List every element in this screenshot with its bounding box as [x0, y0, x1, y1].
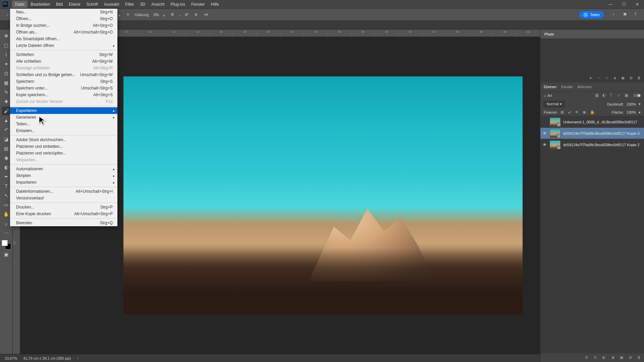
menu-item[interactable]: Letzte Dateien öffnen	[10, 42, 117, 49]
zoom-level[interactable]: 23,67%	[5, 356, 17, 360]
dodge-tool[interactable]: ◐	[2, 163, 11, 172]
menu-item[interactable]: Adobe Stock durchsuchen...	[10, 136, 117, 143]
new-path-icon[interactable]: ▣	[621, 76, 625, 80]
blur-tool[interactable]: ◉	[2, 154, 11, 162]
link-layers-icon[interactable]: ⧉	[584, 355, 589, 360]
fill-value[interactable]: 100%	[627, 110, 636, 114]
mask-path-icon[interactable]: ◈	[612, 76, 617, 80]
shape-tool[interactable]: ▭	[2, 200, 11, 209]
share-button[interactable]: Teilen	[579, 11, 604, 18]
airbrush-icon[interactable]: ✈	[124, 11, 131, 18]
menu-filter[interactable]: Filter	[122, 1, 137, 8]
chevron-down-icon[interactable]: ▾	[639, 110, 641, 115]
fill-path-icon[interactable]: ●	[588, 76, 593, 80]
canvas-image[interactable]	[123, 76, 523, 314]
menu-item[interactable]: Öffnen...Strg+O	[10, 15, 117, 22]
menu-item[interactable]: Platzieren und verknüpfen...	[10, 150, 117, 157]
menu-item[interactable]: SchließenStrg+W	[10, 51, 117, 58]
adjustment-icon[interactable]: ◑	[610, 355, 615, 360]
filter-adjust-icon[interactable]: ◐	[602, 93, 608, 98]
stroke-path-icon[interactable]: ○	[596, 76, 601, 80]
layer-name[interactable]: dc59124e7f79a08c3bca509fec5d9117 Kopie 3	[563, 131, 642, 135]
layer-row[interactable]: 👁dc59124e7f79a08c3bca509fec5d9117 Kopie …	[540, 139, 644, 150]
add-path-icon[interactable]: ⊞	[629, 76, 633, 80]
menu-bild[interactable]: Bild	[53, 1, 66, 8]
lock-position-icon[interactable]: ✥	[575, 110, 580, 115]
lock-transparency-icon[interactable]: ▦	[560, 110, 565, 115]
angle-value[interactable]: 0°	[184, 13, 190, 17]
tab-layers[interactable]: Ebenen	[544, 85, 556, 89]
history-brush-tool[interactable]: ↶	[2, 125, 11, 134]
menu-item[interactable]: Als Smartobjekt öffnen...	[10, 36, 117, 42]
menu-item[interactable]: In Bridge suchen...Alt+Strg+O	[10, 22, 117, 29]
eyedropper-tool[interactable]: ✎	[2, 88, 11, 97]
filter-smart-icon[interactable]: ▣	[625, 93, 630, 98]
menu-auswahl[interactable]: Auswahl	[101, 1, 122, 8]
screen-mode[interactable]: ▣	[2, 250, 11, 259]
tab-actions[interactable]: Aktionen	[577, 85, 592, 89]
menu-hilfe[interactable]: Hilfe	[208, 1, 222, 8]
new-layer-icon[interactable]: ⊞	[628, 355, 633, 360]
fx-icon[interactable]: fx	[593, 355, 598, 360]
menu-item[interactable]: Schließen und zu Bridge gehen...Umschalt…	[10, 71, 117, 78]
delete-layer-icon[interactable]: 🗑	[637, 355, 641, 360]
layer-name[interactable]: Unbenannt-1_0000_d...8c3bca509fec5d9117	[563, 120, 642, 124]
workspace-icon[interactable]: ▣	[623, 12, 629, 18]
menu-plug-ins[interactable]: Plug-ins	[168, 1, 188, 8]
menu-item[interactable]: Generieren	[10, 114, 117, 121]
menu-item[interactable]: Neu...Strg+N	[10, 9, 117, 15]
chevron-down-icon[interactable]: ▾	[163, 13, 166, 16]
layer-filter-kind[interactable]: ⌕ Art	[544, 94, 593, 98]
marquee-tool[interactable]: ▢	[2, 41, 11, 50]
chevron-down-icon[interactable]: ▾	[639, 102, 641, 106]
menu-item[interactable]: Alle schließenAlt+Strg+W	[10, 58, 117, 65]
close-button[interactable]: ✕	[631, 0, 644, 9]
menu-3d[interactable]: 3D	[137, 1, 148, 8]
menu-item[interactable]: Platzieren und einbetten...	[10, 143, 117, 150]
menu-item[interactable]: Eine Kopie druckenAlt+Umschalt+Strg+P	[10, 210, 117, 217]
menu-ebene[interactable]: Ebene	[66, 1, 84, 8]
symmetry-icon[interactable]: ⋈	[203, 11, 209, 18]
heal-tool[interactable]: ✚	[2, 97, 11, 106]
menu-item[interactable]: Automatisieren	[10, 166, 117, 172]
blend-mode-select[interactable]: Normal ▾	[544, 101, 565, 107]
zoom-tool[interactable]: ⌕	[2, 219, 11, 228]
brush-tool[interactable]: 🖌	[2, 107, 11, 115]
eraser-tool[interactable]: ◪	[2, 135, 11, 143]
menu-item[interactable]: Teilen...	[10, 121, 117, 127]
pressure-size-icon[interactable]: ⊚	[193, 11, 199, 18]
maximize-button[interactable]: ☐	[617, 0, 631, 9]
type-tool[interactable]: T	[2, 182, 11, 190]
filter-shape-icon[interactable]: ▱	[617, 93, 623, 98]
foreground-color[interactable]	[2, 240, 8, 246]
crop-tool[interactable]: ⊡	[2, 69, 11, 78]
lock-all-icon[interactable]: 🔒	[590, 110, 595, 115]
tab-paths[interactable]: Pfade	[544, 32, 554, 36]
mask-icon[interactable]: ◐	[602, 355, 606, 360]
menu-datei[interactable]: Datei	[12, 1, 28, 8]
chevron-right-icon[interactable]: 〉	[77, 356, 81, 361]
selection-path-icon[interactable]: ◇	[604, 76, 609, 80]
layer-row[interactable]: Unbenannt-1_0000_d...8c3bca509fec5d9117	[540, 116, 644, 128]
menu-item[interactable]: Drucken...Strg+P	[10, 204, 117, 210]
home-icon[interactable]: ⌂	[4, 11, 11, 18]
layer-row[interactable]: 👁dc59124e7f79a08c3bca509fec5d9117 Kopie …	[540, 128, 644, 139]
hand-tool[interactable]: ✋	[2, 210, 11, 219]
menu-item[interactable]: Exportieren	[10, 107, 117, 114]
menu-ansicht[interactable]: Ansicht	[148, 1, 167, 8]
move-tool[interactable]: ✥	[2, 32, 11, 40]
lock-artboard-icon[interactable]: ▣	[583, 110, 587, 115]
search-icon[interactable]: ⌕	[612, 12, 619, 18]
menu-item[interactable]: Importieren	[10, 179, 117, 186]
filter-type-icon[interactable]: T	[610, 93, 615, 98]
color-swatches[interactable]	[2, 240, 11, 249]
gradient-tool[interactable]: ▤	[2, 144, 11, 153]
menu-schrift[interactable]: Schrift	[84, 1, 101, 8]
smoothing-value[interactable]: 0%	[153, 13, 160, 17]
share-icon[interactable]: ⇪	[634, 12, 640, 18]
lock-paint-icon[interactable]: 🖌	[568, 110, 573, 115]
menu-item[interactable]: Versionsverlauf	[10, 195, 117, 201]
lasso-tool[interactable]: ⌇	[2, 50, 11, 59]
filter-toggle[interactable]	[633, 94, 641, 97]
layer-thumbnail[interactable]	[550, 118, 560, 126]
